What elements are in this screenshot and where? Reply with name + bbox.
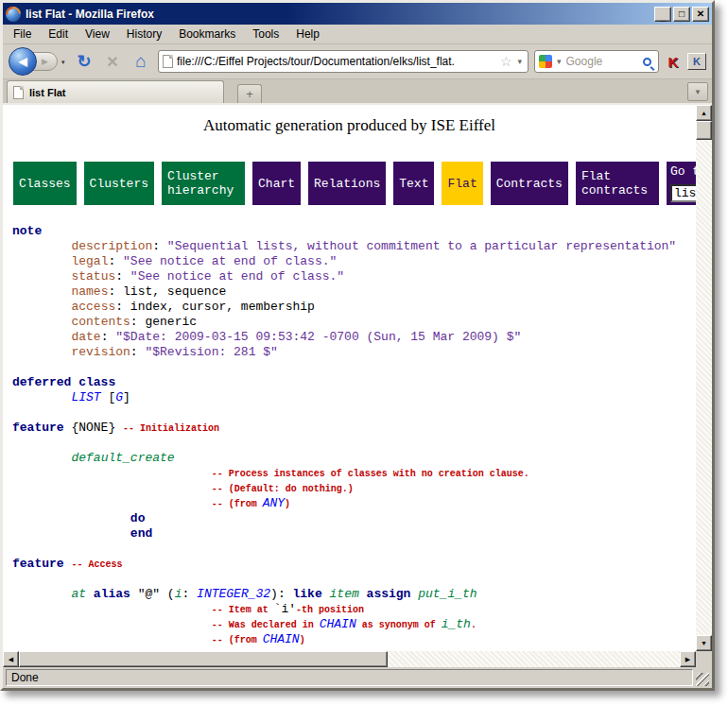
- scroll-up-button[interactable]: ▲: [696, 105, 712, 121]
- code-segment: :: [108, 254, 123, 268]
- nav-button-flat-contracts[interactable]: Flat contracts: [576, 162, 659, 205]
- code-line: revision: "$Revision: 281 $": [12, 345, 696, 360]
- menu-item-view[interactable]: View: [77, 26, 118, 43]
- nav-button-flat[interactable]: Flat: [442, 162, 482, 205]
- menu-item-history[interactable]: History: [118, 26, 170, 43]
- tab-list-dropdown-button[interactable]: ▾: [687, 82, 708, 101]
- code-segment: [12, 239, 71, 253]
- home-icon: ⌂: [135, 51, 146, 71]
- feature-name: default_create: [71, 451, 174, 465]
- google-icon: [539, 55, 552, 68]
- code-line: [12, 360, 696, 375]
- scroll-down-button[interactable]: ▼: [696, 635, 712, 651]
- code-segment: description: [71, 239, 152, 253]
- k-toolbar-button[interactable]: K: [687, 53, 706, 70]
- code-segment: [322, 587, 330, 601]
- url-input[interactable]: [177, 55, 496, 68]
- stop-button[interactable]: ✕: [101, 53, 124, 71]
- code-line: -- Item at `i'-th position: [12, 602, 696, 617]
- code-segment: access: [71, 300, 115, 314]
- code-segment: alias: [94, 587, 130, 601]
- title-bar[interactable]: list Flat - Mozilla Firefox _ □ ✕: [3, 3, 712, 25]
- browser-window: list Flat - Mozilla Firefox _ □ ✕ File E…: [0, 0, 715, 691]
- maximize-icon: □: [679, 9, 685, 19]
- code-line: description: "Sequential lists, without …: [12, 239, 696, 254]
- class-link[interactable]: CHAIN: [320, 617, 356, 631]
- address-bar[interactable]: ☆ ▾: [158, 50, 529, 73]
- reload-icon: ↻: [77, 52, 91, 71]
- nav-button-cluster-hierarchy[interactable]: Cluster hierarchy: [162, 162, 245, 205]
- code-line: deferred class: [12, 375, 696, 390]
- new-tab-button[interactable]: +: [237, 84, 262, 103]
- class-link[interactable]: INTEGER_32: [197, 587, 270, 601]
- menu-item-edit[interactable]: Edit: [40, 26, 77, 43]
- code-segment: [12, 602, 212, 616]
- vertical-scroll-track[interactable]: [696, 140, 712, 635]
- horizontal-scroll-track[interactable]: [388, 651, 680, 667]
- code-segment: [12, 526, 130, 541]
- feature-name: i_th: [442, 617, 471, 631]
- history-dropdown-button[interactable]: ▾: [61, 59, 65, 66]
- back-icon: ◀: [18, 55, 26, 68]
- reload-button[interactable]: ↻: [73, 51, 95, 72]
- horizontal-scrollbar-row: ◀ ▶: [3, 651, 712, 667]
- stop-icon: ✕: [106, 54, 118, 70]
- nav-button-classes[interactable]: Classes: [13, 162, 77, 205]
- code-segment: [12, 587, 71, 601]
- nav-button-chart[interactable]: Chart: [252, 162, 301, 205]
- code-segment: -- (from: [212, 499, 263, 509]
- code-segment: [12, 451, 71, 465]
- code-segment: [12, 330, 71, 344]
- code-segment: "$Date: 2009-03-15 09:53:42 -0700 (Sun, …: [115, 330, 521, 344]
- class-link[interactable]: G: [115, 390, 123, 404]
- code-segment: note: [12, 224, 42, 238]
- class-link[interactable]: LIST: [71, 390, 100, 404]
- code-line: LIST [G]: [12, 390, 696, 405]
- search-engine-dropdown[interactable]: ▾: [555, 57, 563, 66]
- url-dropdown-button[interactable]: ▾: [515, 57, 524, 66]
- menu-item-bookmarks[interactable]: Bookmarks: [170, 26, 244, 43]
- menu-item-file[interactable]: File: [5, 26, 40, 43]
- home-button[interactable]: ⌂: [130, 51, 152, 72]
- code-line: names: list, sequence: [12, 284, 696, 300]
- code-segment: legal: [71, 254, 108, 268]
- vertical-scroll-thumb[interactable]: [696, 121, 712, 140]
- nav-button-contracts[interactable]: Contracts: [491, 162, 568, 205]
- maximize-button[interactable]: □: [673, 7, 690, 22]
- search-box[interactable]: ▾: [534, 50, 659, 73]
- kaspersky-icon[interactable]: K: [665, 54, 682, 70]
- nav-button-clusters[interactable]: Clusters: [84, 162, 154, 205]
- forward-icon: ▶: [42, 57, 48, 66]
- scroll-right-button[interactable]: ▶: [680, 651, 696, 667]
- code-segment: assign: [367, 587, 411, 601]
- tab-strip: list Flat + ▾: [3, 79, 712, 105]
- class-link[interactable]: CHAIN: [263, 632, 300, 646]
- content-area: Automatic generation produced by ISE Eif…: [3, 105, 712, 651]
- horizontal-scrollbar[interactable]: ◀ ▶: [3, 651, 696, 667]
- bookmark-star-icon[interactable]: ☆: [500, 54, 512, 69]
- code-segment: -- (from: [212, 635, 263, 645]
- menu-item-help[interactable]: Help: [287, 26, 328, 43]
- goto-input[interactable]: [670, 184, 696, 202]
- goto-label: Go to:: [670, 164, 696, 179]
- search-input[interactable]: [566, 55, 640, 68]
- code-line: date: "$Date: 2009-03-15 09:53:42 -0700 …: [12, 330, 696, 345]
- tab-list-flat[interactable]: list Flat: [7, 80, 224, 103]
- code-line: [12, 542, 696, 557]
- vertical-scrollbar[interactable]: ▲ ▼: [696, 105, 712, 651]
- code-line: [12, 436, 696, 451]
- code-segment: status: [71, 269, 115, 284]
- close-button[interactable]: ✕: [692, 7, 709, 22]
- menu-item-tools[interactable]: Tools: [244, 26, 287, 43]
- nav-button-text[interactable]: Text: [393, 162, 434, 205]
- back-button[interactable]: ◀: [9, 47, 37, 76]
- class-link[interactable]: ANY: [263, 496, 285, 510]
- code-segment: feature: [12, 421, 64, 435]
- nav-button-relations[interactable]: Relations: [308, 162, 386, 205]
- search-icon[interactable]: [643, 58, 651, 66]
- resize-grip[interactable]: [696, 673, 709, 686]
- horizontal-scroll-thumb[interactable]: [19, 651, 388, 667]
- scroll-left-button[interactable]: ◀: [3, 651, 19, 667]
- scrollbar-corner: [696, 651, 712, 667]
- minimize-button[interactable]: _: [654, 7, 671, 22]
